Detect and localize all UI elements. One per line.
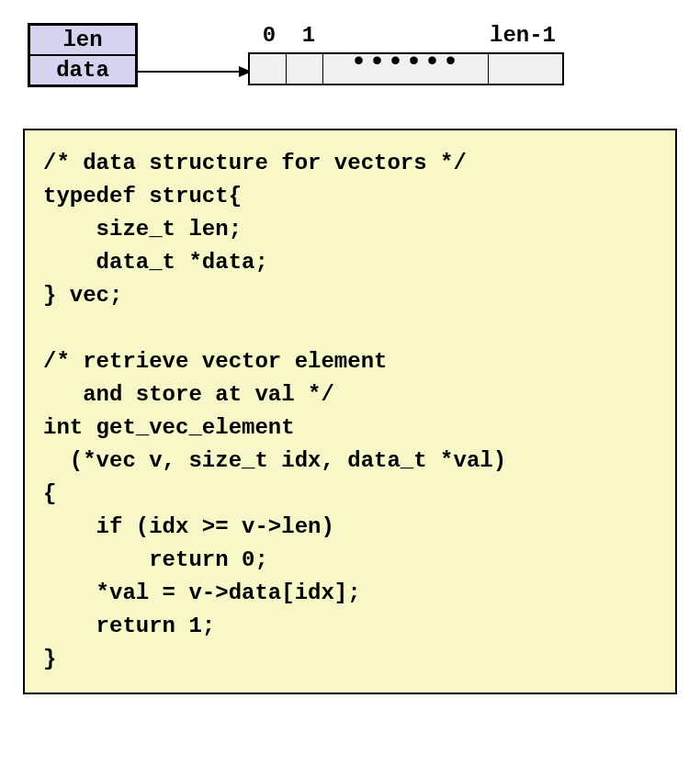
- code-line: and store at val */: [43, 382, 334, 407]
- code-line: data_t *data;: [43, 250, 268, 275]
- array-cell-ellipsis: ••••••: [323, 54, 489, 84]
- code-line: if (idx >= v->len): [43, 514, 334, 539]
- pointer-arrow: [136, 62, 252, 81]
- code-block: /* data structure for vectors */ typedef…: [23, 129, 677, 694]
- code-line: return 1;: [43, 614, 215, 638]
- code-line: /* retrieve vector element: [43, 349, 387, 374]
- struct-field-len: len: [29, 25, 136, 55]
- struct-field-data: data: [29, 55, 136, 85]
- array-cell-0: [250, 54, 287, 84]
- code-line: {: [43, 481, 56, 506]
- code-line: } vec;: [43, 283, 122, 308]
- index-label-spacer: [330, 23, 477, 48]
- code-line: return 0;: [43, 547, 268, 572]
- array-cell-last: [489, 54, 562, 84]
- index-label-1: 1: [288, 23, 330, 48]
- code-line: /* data structure for vectors */: [43, 151, 467, 175]
- vector-diagram: len data 0 1 len-1 ••••••: [18, 18, 682, 110]
- code-line: size_t len;: [43, 217, 242, 242]
- array-index-labels: 0 1 len-1: [251, 23, 569, 48]
- array-cell-1: [287, 54, 323, 84]
- index-label-last: len-1: [477, 23, 569, 48]
- code-line: typedef struct{: [43, 184, 242, 208]
- code-line: }: [43, 647, 56, 671]
- struct-box: len data: [28, 23, 138, 87]
- code-line: int get_vec_element: [43, 415, 295, 440]
- code-line: *val = v->data[idx];: [43, 580, 361, 605]
- array-box: ••••••: [248, 52, 564, 85]
- index-label-0: 0: [251, 23, 288, 48]
- code-line: (*vec v, size_t idx, data_t *val): [43, 448, 506, 473]
